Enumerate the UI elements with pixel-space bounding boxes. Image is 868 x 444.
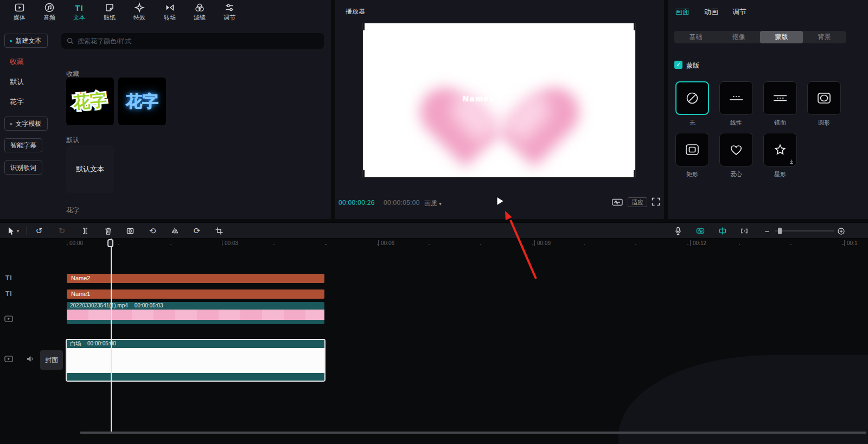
fit-button[interactable]: 适应 <box>628 197 647 207</box>
subtab-keying[interactable]: 抠像 <box>717 31 760 43</box>
ruler-label: 00:06 <box>378 240 394 246</box>
bullet-icon: ▸ <box>10 121 13 126</box>
select-tool-chevron-icon[interactable]: ▾ <box>15 224 21 237</box>
preview-axis-toggle[interactable] <box>694 224 707 237</box>
sidebar-item-favorites[interactable]: 收藏 <box>10 57 24 67</box>
timeline-area[interactable]: 00:00 00:03 00:06 00:09 00:12 00:1 TI TI… <box>0 239 868 444</box>
nav-filter[interactable]: 滤镜 <box>188 2 212 23</box>
text-clip-name1[interactable]: Name1 <box>67 289 324 299</box>
play-button[interactable] <box>495 196 505 206</box>
undo-button[interactable]: ↺ <box>33 224 46 237</box>
text-clip-name2[interactable]: Name2 <box>67 274 324 283</box>
sidebar-item-fancy[interactable]: 花字 <box>10 97 24 107</box>
sticker-icon <box>104 2 115 13</box>
mask-none-tile[interactable] <box>675 81 709 115</box>
mask-linear-tile[interactable] <box>719 81 753 115</box>
subtab-mask[interactable]: 蒙版 <box>760 31 803 43</box>
subtab-basic[interactable]: 基础 <box>674 31 717 43</box>
fancy-text-thumb-blue[interactable]: 花字 <box>118 78 166 125</box>
mask-none-label: 无 <box>675 119 709 127</box>
zoom-out-button[interactable]: − <box>761 224 774 237</box>
mask-heart-tile[interactable] <box>719 133 753 166</box>
mask-rectangle-tile[interactable] <box>675 133 709 166</box>
mute-track-icon[interactable] <box>26 355 35 363</box>
text-template-button[interactable]: ▸ 文字模板 <box>4 117 48 131</box>
bullet-icon: ▸ <box>10 38 13 43</box>
tab-adjust[interactable]: 调节 <box>732 7 746 17</box>
delete-button[interactable] <box>101 224 114 237</box>
cover-button[interactable]: 封面 <box>40 350 63 370</box>
timeline-horizontal-scrollbar[interactable] <box>80 432 866 434</box>
mask-star-tile[interactable] <box>763 133 797 166</box>
text-template-label: 文字模板 <box>16 119 42 128</box>
preview-canvas[interactable]: Name2 Name1 <box>362 23 636 178</box>
zoom-in-button[interactable] <box>834 224 847 237</box>
canvas-text-name1[interactable]: Name1 <box>463 94 495 103</box>
default-text-label: 默认文本 <box>76 164 104 174</box>
nav-adjust[interactable]: 调节 <box>218 2 241 23</box>
quality-dropdown[interactable]: 画质 ▾ <box>424 199 442 208</box>
text-track-icon: TI <box>5 290 12 298</box>
smart-caption-label: 智能字幕 <box>10 141 36 150</box>
mask-checkbox[interactable]: ✓ <box>674 61 682 69</box>
mask-circle-tile[interactable] <box>807 81 841 115</box>
default-text-thumb[interactable]: 默认文本 <box>66 145 114 193</box>
subtab-background[interactable]: 背景 <box>803 31 846 43</box>
crop-handle-bottom-left[interactable] <box>363 170 365 177</box>
waveform-preview-icon[interactable] <box>612 197 623 207</box>
nav-text-label: 文本 <box>73 15 85 21</box>
nav-audio[interactable]: 音频 <box>37 2 61 23</box>
mask-mirror-tile[interactable] <box>763 81 797 115</box>
timeline-background-curve <box>618 355 868 444</box>
text-track-icon: TI <box>5 274 12 282</box>
auto-snap-toggle[interactable] <box>716 224 729 237</box>
nav-transition[interactable]: 转场 <box>158 2 182 23</box>
current-time: 00:00:00:26 <box>339 199 375 207</box>
audio-icon <box>44 2 55 13</box>
nav-effects[interactable]: 特效 <box>127 2 151 23</box>
sidebar-item-default[interactable]: 默认 <box>10 77 24 87</box>
record-voiceover-button[interactable] <box>672 224 685 237</box>
nav-text[interactable]: TI 文本 <box>67 2 91 23</box>
transition-icon <box>164 2 175 13</box>
new-text-button[interactable]: ▸ 新建文本 <box>4 34 48 48</box>
crop-button[interactable] <box>213 224 226 237</box>
fancy-text-preview: 花字 花字 <box>72 88 107 114</box>
mask-none-icon <box>684 91 700 106</box>
playhead-line <box>111 239 112 432</box>
mirror-button[interactable] <box>168 224 181 237</box>
search-input[interactable] <box>78 37 318 45</box>
mask-star-label: 星形 <box>763 170 797 178</box>
mask-circle-icon <box>816 91 832 106</box>
canvas-text-name2[interactable]: Name2 <box>508 71 540 80</box>
crop-handle-top-left[interactable] <box>363 23 365 30</box>
timeline-zoom-slider-knob[interactable] <box>778 228 782 234</box>
video-clip[interactable]: 2022033023541(1).mp4 00:00:05:03 <box>67 302 324 324</box>
white-field-clip-selected[interactable]: 白场 00:00:05:00 <box>66 339 326 382</box>
redo-button[interactable]: ↻ <box>55 224 68 237</box>
split-button[interactable] <box>79 224 92 237</box>
nav-media[interactable]: 媒体 <box>8 2 31 23</box>
search-icon <box>67 37 74 44</box>
smart-caption-button[interactable]: 智能字幕 <box>4 138 42 152</box>
fancy-text-thumb-green[interactable]: 花字 花字 <box>66 78 114 125</box>
crop-handle-bottom-right[interactable] <box>634 170 635 177</box>
tab-animation[interactable]: 动画 <box>704 7 718 17</box>
linkage-toggle[interactable] <box>738 224 751 237</box>
toolbar-divider <box>26 227 27 235</box>
freeze-frame-button[interactable] <box>124 224 137 237</box>
nav-media-label: 媒体 <box>14 15 25 21</box>
mask-rectangle-icon <box>684 142 700 157</box>
timeline-zoom-slider-track[interactable] <box>775 230 834 231</box>
ruler-minor-ticks <box>67 244 846 245</box>
rotate-button[interactable]: ⟳ <box>190 224 203 237</box>
crop-handle-top-right[interactable] <box>634 23 635 30</box>
fullscreen-icon[interactable] <box>652 197 660 206</box>
tab-picture[interactable]: 画面 <box>675 7 690 17</box>
nav-sticker[interactable]: 贴纸 <box>98 2 122 23</box>
playhead-handle[interactable] <box>107 239 113 247</box>
reverse-button[interactable]: ⟲ <box>146 224 159 237</box>
new-text-label: 新建文本 <box>16 36 42 46</box>
fancy-text-fill: 花字 <box>73 90 108 112</box>
lyrics-recognition-button[interactable]: 识别歌词 <box>4 160 42 175</box>
